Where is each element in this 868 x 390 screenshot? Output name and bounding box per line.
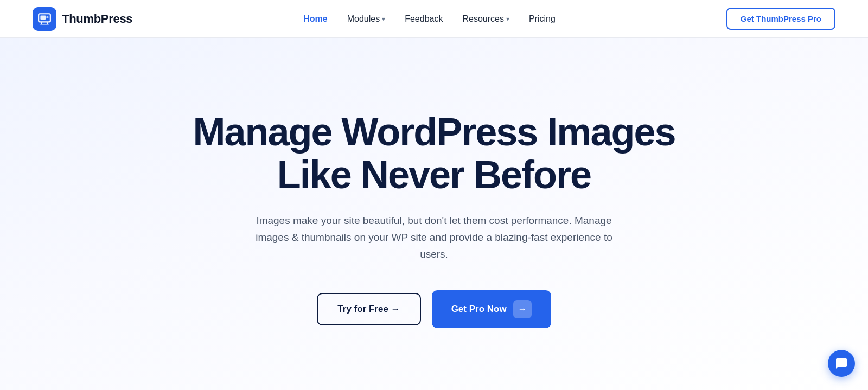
- chat-bubble-button[interactable]: [828, 350, 855, 377]
- logo-svg: [37, 12, 52, 26]
- brand-name: ThumbPress: [62, 12, 132, 26]
- brand: ThumbPress: [33, 7, 132, 31]
- nav-link-home[interactable]: Home: [303, 14, 327, 24]
- nav-link-pricing[interactable]: Pricing: [529, 14, 556, 24]
- logo-icon: [33, 7, 56, 31]
- modules-chevron-icon: ▾: [382, 15, 385, 23]
- hero-title-line2: Like Never Before: [277, 153, 591, 196]
- get-thumbpress-pro-button[interactable]: Get ThumbPress Pro: [726, 8, 835, 30]
- svg-point-2: [46, 16, 48, 18]
- nav-link-feedback[interactable]: Feedback: [405, 14, 443, 24]
- resources-chevron-icon: ▾: [506, 15, 509, 23]
- navbar-cta: Get ThumbPress Pro: [726, 8, 835, 30]
- get-pro-now-button[interactable]: Get Pro Now →: [432, 290, 551, 328]
- hero-buttons: Try for Free → Get Pro Now →: [317, 290, 551, 328]
- hero-title: Manage WordPress Images Like Never Befor…: [193, 111, 675, 196]
- svg-rect-1: [40, 15, 46, 20]
- nav-links: Home Modules ▾ Feedback Resources ▾ Pric…: [303, 14, 556, 24]
- get-pro-now-label: Get Pro Now: [451, 304, 507, 315]
- arrow-right-icon: →: [513, 300, 532, 318]
- hero-subtitle: Images make your site beautiful, but don…: [244, 212, 624, 263]
- navbar: ThumbPress Home Modules ▾ Feedback Resou…: [0, 0, 868, 38]
- hero-title-line1: Manage WordPress Images: [193, 110, 675, 154]
- nav-link-modules[interactable]: Modules ▾: [347, 14, 385, 24]
- chat-icon: [835, 357, 848, 370]
- hero-section: Manage WordPress Images Like Never Befor…: [0, 38, 868, 390]
- nav-link-resources[interactable]: Resources ▾: [462, 14, 509, 24]
- try-for-free-button[interactable]: Try for Free →: [317, 293, 420, 325]
